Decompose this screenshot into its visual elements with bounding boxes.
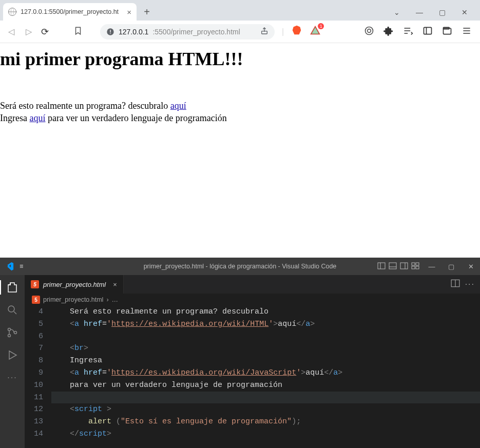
- brave-shields-icon[interactable]: 1: [310, 25, 321, 38]
- editor-tab[interactable]: 5 primer_proyecto.html ×: [25, 275, 124, 294]
- svg-rect-14: [412, 266, 415, 269]
- layout-panel-left-icon[interactable]: [377, 262, 386, 271]
- breadcrumb[interactable]: 5 primer_proyecto.html › …: [25, 294, 480, 306]
- svg-rect-10: [389, 263, 396, 269]
- forward-icon[interactable]: ▷: [24, 27, 34, 36]
- editor-tab-label: primer_proyecto.html: [43, 281, 106, 288]
- minimize-icon[interactable]: —: [414, 8, 425, 16]
- extensions-icon[interactable]: [383, 26, 394, 38]
- text: Ingresa: [0, 113, 29, 123]
- vscode-minimize-icon[interactable]: —: [427, 263, 437, 270]
- playlist-icon[interactable]: [403, 26, 413, 38]
- more-icon[interactable]: ···: [5, 371, 20, 385]
- svg-rect-1: [110, 30, 110, 32]
- svg-point-19: [14, 332, 17, 334]
- shields-badge: 1: [318, 23, 324, 29]
- window-controls: ⌄ — ▢ ✕: [392, 8, 477, 21]
- breadcrumb-more: …: [112, 296, 119, 303]
- layout-controls: [377, 262, 419, 271]
- toolbar-right: [364, 26, 474, 38]
- bookmark-icon[interactable]: [73, 26, 83, 37]
- search-icon[interactable]: [5, 303, 20, 317]
- url-host: 127.0.0.1: [119, 28, 148, 36]
- svg-rect-6: [424, 27, 432, 34]
- browser-tab-strip: 127.0.0.1:5500/primer_proyecto.ht × + ⌄ …: [0, 0, 480, 21]
- close-window-icon[interactable]: ✕: [459, 8, 470, 16]
- rewards-icon[interactable]: [364, 26, 374, 38]
- html-file-icon: 5: [31, 280, 39, 288]
- text: para ver un verdadero lenguaje de progra…: [45, 113, 226, 123]
- url-path: :5500/primer_proyecto.html: [152, 28, 240, 36]
- editor-area: 5 primer_proyecto.html × ··· 5 primer_pr…: [25, 275, 480, 448]
- back-icon[interactable]: ◁: [6, 27, 16, 36]
- layout-panel-bottom-icon[interactable]: [389, 262, 397, 271]
- page-paragraph: Será esto realmente un programa? descubr…: [0, 100, 480, 125]
- svg-rect-12: [412, 263, 415, 265]
- activity-bar: ···: [0, 275, 25, 448]
- code-editor[interactable]: 4567891011121314 Será esto realmente un …: [25, 306, 480, 448]
- link-aqui-1[interactable]: aquí: [170, 101, 186, 111]
- source-control-icon[interactable]: [5, 325, 20, 340]
- reload-icon[interactable]: ⟳: [41, 26, 49, 37]
- breadcrumb-file: primer_proyecto.html: [43, 296, 103, 303]
- editor-tabs: 5 primer_proyecto.html × ···: [25, 275, 480, 294]
- browser-tab[interactable]: 127.0.0.1:5500/primer_proyecto.ht ×: [3, 3, 137, 21]
- svg-point-4: [366, 27, 373, 34]
- svg-rect-11: [400, 263, 408, 269]
- run-debug-icon[interactable]: [5, 348, 20, 362]
- wallet-icon[interactable]: [442, 26, 452, 38]
- svg-rect-15: [416, 266, 419, 269]
- sidebar-icon[interactable]: [423, 26, 433, 38]
- vscode-close-icon[interactable]: ✕: [466, 263, 476, 270]
- layout-customize-icon[interactable]: [411, 262, 419, 271]
- vscode-title: primer_proyecto.html - lógica de program…: [144, 263, 337, 270]
- new-tab-button[interactable]: +: [140, 5, 154, 19]
- not-secure-icon: [106, 28, 114, 36]
- share-icon[interactable]: [260, 27, 268, 36]
- maximize-icon[interactable]: ▢: [437, 8, 447, 16]
- explorer-icon[interactable]: [5, 280, 20, 295]
- close-tab-icon[interactable]: ×: [127, 8, 131, 16]
- svg-rect-2: [110, 33, 110, 33]
- more-actions-icon[interactable]: ···: [465, 280, 475, 289]
- address-bar[interactable]: 127.0.0.1:5500/primer_proyecto.html: [100, 24, 275, 40]
- svg-point-18: [8, 335, 11, 337]
- browser-toolbar: ◁ ▷ ⟳ 127.0.0.1:5500/primer_proyecto.htm…: [0, 21, 480, 43]
- window-caret-icon[interactable]: ⌄: [392, 8, 402, 16]
- svg-point-5: [368, 29, 371, 32]
- svg-point-16: [8, 306, 14, 312]
- vscode-menu-button[interactable]: ≡: [20, 263, 23, 270]
- vscode-logo-icon: [4, 261, 14, 271]
- close-editor-icon[interactable]: ×: [113, 281, 117, 288]
- vscode-window-controls: — ▢ ✕: [427, 263, 476, 270]
- brave-lion-icon[interactable]: [291, 25, 302, 38]
- page-heading: mi primer programa HTML!!!: [0, 48, 480, 70]
- vscode-window: ≡ primer_proyecto.html - lógica de progr…: [0, 258, 480, 448]
- html-file-icon: 5: [32, 296, 40, 304]
- svg-rect-13: [416, 263, 419, 265]
- svg-point-17: [8, 328, 11, 331]
- text: Será esto realmente un programa? descubr…: [0, 101, 170, 111]
- chevron-right-icon: ›: [106, 296, 108, 303]
- split-editor-icon[interactable]: [451, 279, 460, 290]
- vscode-maximize-icon[interactable]: ▢: [446, 263, 456, 270]
- page-viewport: mi primer programa HTML!!! Será esto rea…: [0, 43, 480, 258]
- link-aqui-2[interactable]: aquí: [29, 113, 45, 123]
- menu-icon[interactable]: [462, 26, 472, 38]
- layout-panel-right-icon[interactable]: [400, 262, 408, 271]
- code-lines[interactable]: Será esto realmente un programa? descubr…: [51, 306, 480, 448]
- svg-rect-9: [378, 263, 385, 269]
- tab-title: 127.0.0.1:5500/primer_proyecto.ht: [21, 8, 119, 15]
- globe-icon: [8, 8, 16, 16]
- vscode-titlebar: ≡ primer_proyecto.html - lógica de progr…: [0, 258, 480, 275]
- line-numbers: 4567891011121314: [25, 306, 51, 448]
